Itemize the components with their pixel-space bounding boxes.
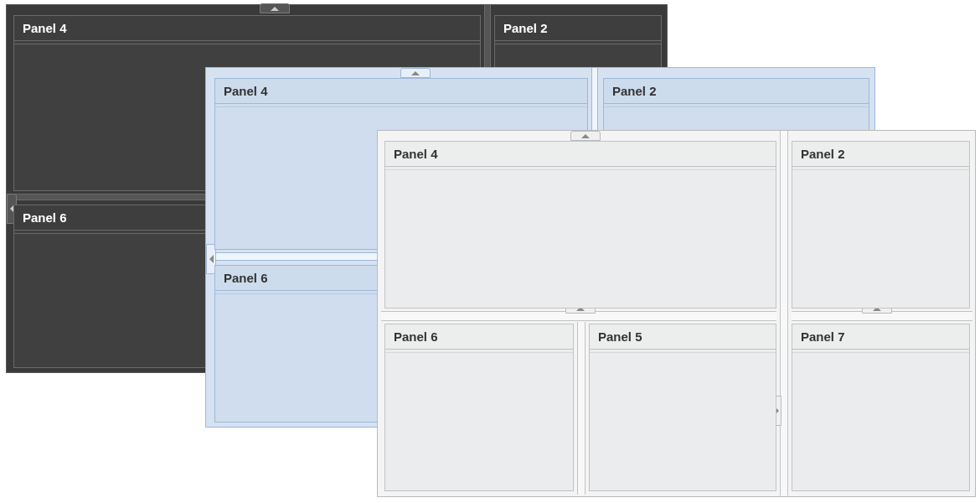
panel-7[interactable]: Panel 7	[792, 324, 970, 491]
panel-header-rule	[590, 350, 776, 353]
panel-4[interactable]: Panel 4	[384, 141, 776, 309]
panel-title: Panel 2	[604, 79, 869, 104]
panel-title: Panel 4	[385, 142, 776, 167]
panel-6[interactable]: Panel 6	[384, 324, 574, 491]
vertical-splitter[interactable]	[780, 131, 788, 496]
panel-2[interactable]: Panel 2	[792, 141, 970, 309]
theme-grey-window: Panel 4 Panel 2 Panel 6 Panel 5 Panel 7	[377, 130, 976, 497]
panel-header-rule	[14, 41, 480, 44]
panel-title: Panel 4	[215, 79, 587, 104]
panel-header-rule	[385, 167, 776, 170]
collapse-top-toggle[interactable]	[570, 131, 601, 141]
vertical-splitter-inner[interactable]	[577, 322, 585, 495]
chevron-left-icon	[209, 255, 214, 263]
collapse-top-toggle[interactable]	[400, 68, 431, 78]
panel-header-rule	[604, 104, 869, 107]
collapse-top-toggle[interactable]	[260, 3, 290, 13]
panel-title: Panel 5	[590, 324, 776, 350]
panel-header-rule	[792, 350, 969, 353]
chevron-up-icon	[411, 71, 420, 75]
panel-5[interactable]: Panel 5	[589, 324, 776, 491]
demo-stage: Panel 4 Panel 2 Panel 6 Panel 4	[0, 0, 980, 503]
panel-title: Panel 7	[792, 324, 969, 350]
panel-header-rule	[792, 167, 969, 170]
panel-header-rule	[385, 350, 573, 353]
panel-title: Panel 4	[14, 16, 480, 41]
panel-header-rule	[215, 104, 587, 107]
panel-title: Panel 2	[495, 16, 661, 41]
panel-header-rule	[495, 41, 661, 44]
chevron-up-icon	[581, 134, 590, 138]
chevron-up-icon	[271, 7, 279, 11]
panel-title: Panel 6	[385, 324, 573, 350]
panel-title: Panel 2	[792, 142, 969, 167]
